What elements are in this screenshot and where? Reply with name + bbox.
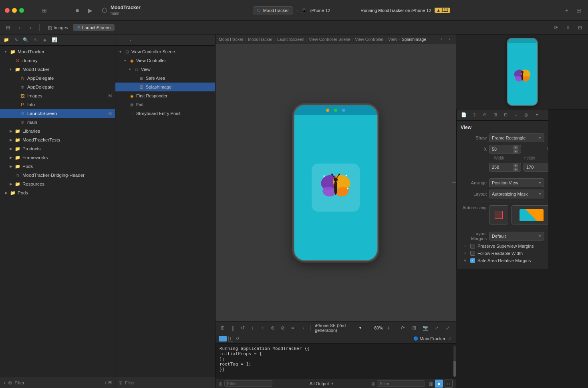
tree-item-products[interactable]: ▶ 📁 Products	[0, 144, 115, 153]
tab-launchscreen[interactable]: ✕ LaunchScreen	[73, 24, 115, 31]
canvas-layout-btn-4[interactable]: ↗	[432, 323, 441, 333]
doc-item-view[interactable]: ▾ □ View	[115, 65, 215, 74]
inspector-tab-effects[interactable]: ✦	[532, 110, 542, 120]
checkbox-preserve[interactable]	[470, 244, 475, 249]
sidebar-toggle-button[interactable]: ⊞	[40, 6, 49, 15]
tree-item-appdelegate1[interactable]: h AppDelegate	[0, 74, 115, 83]
inspector-h-field[interactable]: ▲ ▼	[524, 163, 548, 172]
breadcrumb-splashimage[interactable]: SplashImage	[402, 37, 426, 42]
doc-filter-input[interactable]	[125, 380, 212, 385]
sidebar-tool-search[interactable]: 🔍	[22, 36, 30, 44]
warning-badge[interactable]: ▲ 111	[435, 8, 450, 13]
tree-item-frameworks[interactable]: ▶ 📁 Frameworks	[0, 153, 115, 162]
tree-item-pods-root[interactable]: ▶ 📁 Pods	[0, 188, 115, 197]
term-tab-btn[interactable]	[219, 336, 227, 342]
breadcrumb-launchscreen[interactable]: LaunchScreen	[277, 37, 304, 42]
grid-view-button[interactable]: ⊞	[3, 23, 13, 32]
breadcrumb-moodtracker2[interactable]: MoodTracker	[248, 37, 272, 42]
breadcrumb-view[interactable]: View	[388, 37, 397, 42]
inspector-tab-size[interactable]: ⊟	[501, 110, 510, 120]
editor-toggle-button[interactable]: ⊟	[575, 23, 585, 32]
sort-icon[interactable]: ↕	[105, 380, 107, 385]
tree-item-moodtracker-root[interactable]: ▾ 📁 MoodTracker	[0, 47, 115, 56]
term-filter-input2[interactable]	[377, 380, 425, 387]
inspector-x-stepper[interactable]: ▲ ▼	[513, 146, 518, 153]
tree-item-appdelegate2[interactable]: m AppDelegate	[0, 83, 115, 91]
term-delete-btn[interactable]: 🗑	[428, 380, 433, 388]
sidebar-tool-diff[interactable]: ✎	[12, 36, 20, 44]
term-filter-input1[interactable]	[224, 380, 272, 387]
stepper-up[interactable]: ▲	[513, 146, 518, 149]
breadcrumb-moodtracker[interactable]: MoodTracker	[219, 37, 243, 42]
doc-item-vc-scene[interactable]: ▾ ⊟ View Controller Scene	[115, 47, 215, 56]
checkbox-safe-area[interactable]	[470, 258, 475, 263]
refresh-button[interactable]: ⟳	[551, 23, 561, 32]
doc-item-safe-area[interactable]: ⊞ Safe Area	[115, 74, 215, 83]
canvas-tool-6[interactable]: ⊕	[269, 323, 276, 333]
breadcrumb-vc[interactable]: View Controller	[355, 37, 383, 42]
canvas-content[interactable]: ▶	[215, 44, 456, 321]
inspector-arrange-dropdown[interactable]: Position View ▼	[489, 178, 544, 187]
inspector-tab-bindings[interactable]: ◎	[522, 110, 531, 120]
canvas-tool-2[interactable]: ‖	[229, 323, 236, 333]
breadcrumb-prev[interactable]: ‹	[438, 36, 445, 42]
canvas-tool-7[interactable]: ⊘	[279, 323, 286, 333]
checkbox-readable[interactable]	[470, 251, 475, 256]
term-pause-btn[interactable]: ‖	[228, 336, 233, 342]
doc-item-splashimage[interactable]: 🖼 SplashImage	[115, 83, 215, 91]
tree-item-dummy[interactable]: S dummy	[0, 56, 115, 65]
device-selector[interactable]: iPhone SE (2nd generation) ▼	[315, 323, 362, 333]
stop-button[interactable]: ■	[73, 6, 82, 15]
scheme-tab[interactable]: ⬡ MoodTracker	[253, 6, 293, 14]
fullscreen-button[interactable]	[19, 8, 24, 13]
term-inactive-btn[interactable]: □	[445, 380, 453, 388]
inspector-x-input[interactable]	[492, 147, 512, 152]
run-button[interactable]: ▶	[86, 6, 95, 15]
tree-item-main[interactable]: m main	[0, 118, 115, 127]
term-btn-5[interactable]	[249, 336, 255, 342]
doc-back-button[interactable]: ‹	[118, 36, 125, 44]
canvas-layout-btn-2[interactable]: ⊞	[409, 323, 419, 333]
doc-item-exit[interactable]: ⊠ Exit	[115, 100, 215, 109]
stepper-down-h[interactable]: ▼	[548, 168, 548, 171]
term-btn-4[interactable]	[242, 336, 248, 342]
canvas-tool-3[interactable]: ↺	[239, 323, 246, 333]
canvas-tool-9[interactable]: →	[299, 323, 306, 333]
term-expand-btn[interactable]: ⤢	[447, 336, 453, 342]
inspector-tab-connections[interactable]: →	[511, 110, 521, 120]
tree-item-tests[interactable]: ▶ 📁 MoodTrackerTests	[0, 135, 115, 144]
inspector-tab-quick-help[interactable]: ?	[469, 110, 479, 120]
lines-button[interactable]: ≡	[563, 23, 573, 32]
tree-item-launchscreen[interactable]: ✕ LaunchScreen M	[0, 109, 115, 118]
sidebar-tool-breakpoints[interactable]: ◈	[41, 36, 49, 44]
inspector-tab-attributes[interactable]: ⊞	[490, 110, 500, 120]
doc-item-vc[interactable]: ▾ ◉ View Controller	[115, 56, 215, 65]
sidebar-tool-issues[interactable]: ⚠	[31, 36, 39, 44]
doc-forward-button[interactable]: ›	[127, 36, 134, 44]
resize-cross-control[interactable]	[489, 205, 508, 224]
close-button[interactable]	[5, 8, 10, 13]
breadcrumb-next[interactable]: ›	[446, 36, 453, 42]
forward-button[interactable]: ›	[26, 23, 35, 32]
canvas-tool-4[interactable]: ↓	[249, 323, 256, 333]
inspector-w-input[interactable]	[492, 165, 512, 170]
back-button[interactable]: ‹	[14, 23, 24, 32]
inspector-layout-dropdown[interactable]: Autoresizing Mask ▼	[489, 190, 544, 198]
tree-item-bridging[interactable]: h MoodTracker-Bridging-Header	[0, 171, 115, 180]
stepper-down-w[interactable]: ▼	[513, 168, 518, 171]
inspector-show-dropdown[interactable]: Frame Rectangle ▼	[489, 133, 544, 142]
add-button[interactable]: +	[562, 6, 571, 15]
tree-item-resources[interactable]: ▶ 📁 Resources	[0, 180, 115, 188]
inspector-toggle-button[interactable]: ⊟	[574, 6, 583, 15]
canvas-tool-1[interactable]: ⊞	[219, 323, 226, 333]
tab-images[interactable]: 🖼 Images	[44, 24, 72, 31]
stepper-up-h[interactable]: ▲	[548, 164, 548, 167]
sidebar-tool-reports[interactable]: 📊	[50, 36, 58, 44]
tree-item-libraries[interactable]: ▶ 📁 Libraries	[0, 127, 115, 135]
tree-item-moodtracker-folder[interactable]: ▾ 📁 MoodTracker	[0, 65, 115, 74]
plus-icon-readable[interactable]: +	[462, 251, 468, 256]
term-back-btn[interactable]: ↺	[235, 336, 240, 342]
stepper-up-w[interactable]: ▲	[513, 164, 518, 167]
canvas-layout-btn-1[interactable]: ⟳	[398, 323, 408, 333]
tree-item-pods-sub[interactable]: ▶ 📁 Pods	[0, 162, 115, 171]
